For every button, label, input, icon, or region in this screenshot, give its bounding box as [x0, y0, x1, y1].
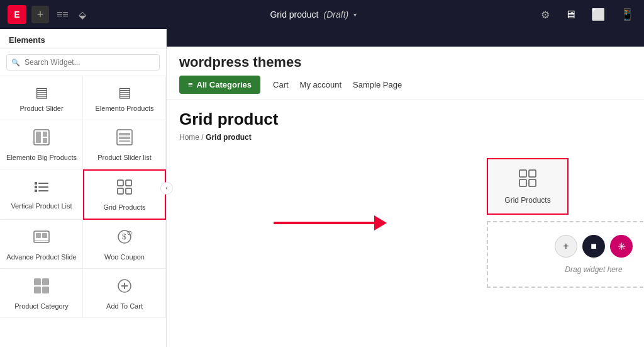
- breadcrumb-home[interactable]: Home: [179, 133, 199, 142]
- chevron-down-icon[interactable]: ▾: [353, 11, 357, 18]
- sidebar-item-elemento-big-products[interactable]: Elemento Big Products: [0, 120, 83, 169]
- sidebar-item-advance-product-slide[interactable]: Advance Product Slide: [0, 220, 83, 269]
- sidebar-item-label: Add To Cart: [106, 302, 143, 310]
- svg-rect-7: [119, 140, 130, 142]
- admin-bar: [167, 29, 644, 47]
- svg-rect-6: [119, 137, 130, 139]
- mobile-view-button[interactable]: 📱: [618, 5, 636, 24]
- sidebar-item-label: Product Slider: [19, 105, 63, 112]
- sidebar-item-woo-coupon[interactable]: $ Woo Coupon: [83, 220, 166, 269]
- sidebar-panel: Elements 🔍 ▤ Product Slider ▤ Elemento P…: [0, 29, 167, 347]
- drag-arrow: [274, 215, 387, 230]
- svg-rect-35: [529, 179, 536, 186]
- sidebar-item-grid-products[interactable]: Grid Products: [83, 169, 166, 220]
- svg-rect-16: [118, 188, 123, 194]
- settings-icon[interactable]: ⚙: [538, 6, 552, 23]
- svg-rect-15: [126, 180, 131, 186]
- filter-icon[interactable]: ≡≡: [54, 6, 71, 23]
- svg-rect-2: [43, 132, 47, 137]
- svg-rect-34: [519, 179, 526, 186]
- nav-links: Cart My account Sample Page: [273, 80, 402, 89]
- folder-icon: ■: [591, 241, 597, 252]
- canvas-area: wordpress themes ≡ All Categories Cart M…: [167, 29, 644, 347]
- widget-row-1: ▤ Product Slider ▤ Elemento Products: [0, 76, 166, 120]
- sidebar-item-label: Elemento Products: [96, 105, 154, 112]
- sidebar-item-product-slider[interactable]: ▤ Product Slider: [0, 76, 83, 120]
- widget-list: ▤ Product Slider ▤ Elemento Products: [0, 76, 166, 347]
- sidebar-item-elemento-products[interactable]: ▤ Elemento Products: [83, 76, 166, 120]
- svg-rect-26: [42, 278, 49, 285]
- vertical-product-list-icon: [34, 179, 49, 198]
- ai-button[interactable]: ✳: [610, 235, 633, 258]
- add-widget-button[interactable]: +: [555, 235, 577, 258]
- page-title: Grid product: [179, 110, 631, 129]
- sidebar-item-add-to-cart[interactable]: Add To Cart: [83, 269, 166, 318]
- svg-rect-3: [43, 138, 47, 143]
- sidebar-item-label: Elemento Big Products: [6, 154, 77, 161]
- svg-rect-33: [529, 170, 536, 177]
- svg-rect-12: [35, 190, 37, 192]
- collapse-sidebar-button[interactable]: ‹: [160, 182, 173, 195]
- advance-product-slide-icon: [33, 228, 50, 249]
- arrow-head: [374, 215, 387, 230]
- content-columns: Grid Products + ■: [179, 152, 631, 294]
- elemento-big-products-icon: [33, 128, 50, 150]
- svg-rect-10: [35, 186, 37, 188]
- top-bar: E + ≡≡ ⬙ Grid product (Draft) ▾ ⚙ 🖥 ⬜ 📱: [0, 0, 644, 29]
- svg-rect-8: [35, 182, 37, 185]
- svg-rect-20: [42, 233, 47, 238]
- sidebar-item-vertical-product-list[interactable]: Vertical Product List: [0, 169, 83, 220]
- elementor-logo[interactable]: E: [8, 5, 26, 24]
- sidebar-item-label: Advance Product Slide: [6, 253, 76, 261]
- sidebar-item-label: Vertical Product List: [11, 202, 72, 210]
- widget-row-3: Vertical Product List Grid Products: [0, 169, 166, 220]
- product-slider-list-icon: [116, 128, 133, 150]
- svg-rect-32: [519, 170, 526, 177]
- canvas-grid-products-widget[interactable]: Grid Products: [487, 158, 569, 215]
- widget-row-4: Advance Product Slide $ Woo Coupon: [0, 220, 166, 269]
- svg-rect-19: [36, 233, 41, 238]
- right-widget-area: Grid Products + ■: [480, 152, 631, 294]
- add-element-button[interactable]: +: [31, 6, 49, 23]
- page-title-label: Grid product: [270, 9, 318, 20]
- sidebar-item-label: Product Slider list: [97, 154, 152, 161]
- svg-rect-9: [38, 183, 48, 184]
- nav-my-account[interactable]: My account: [300, 80, 341, 89]
- site-tagline: wordpress themes: [179, 54, 631, 71]
- canvas-widget-label: Grid Products: [504, 196, 550, 205]
- arrow-line: [274, 222, 374, 224]
- search-input[interactable]: [6, 54, 160, 71]
- desktop-view-button[interactable]: 🖥: [562, 6, 579, 24]
- sidebar-item-product-slider-list[interactable]: Product Slider list: [83, 120, 166, 169]
- asterisk-icon: ✳: [618, 241, 626, 253]
- navigation-bar: ≡ All Categories Cart My account Sample …: [167, 76, 644, 100]
- sidebar-header: Elements: [0, 29, 166, 49]
- search-icon: 🔍: [11, 59, 20, 67]
- site-header: wordpress themes: [167, 47, 644, 76]
- widget-row-5: Product Category Add To Cart: [0, 269, 166, 318]
- arrow-area: [179, 152, 480, 294]
- main-layout: Elements 🔍 ▤ Product Slider ▤ Elemento P…: [0, 29, 644, 347]
- layers-icon[interactable]: ⬙: [76, 6, 89, 23]
- breadcrumb-separator: /: [201, 133, 203, 142]
- drop-area[interactable]: + ■ ✳ Drag widget here: [487, 221, 644, 288]
- nav-sample-page[interactable]: Sample Page: [353, 80, 402, 89]
- tablet-view-button[interactable]: ⬜: [589, 5, 608, 24]
- template-button[interactable]: ■: [582, 235, 605, 258]
- svg-rect-25: [34, 278, 41, 285]
- svg-text:$: $: [122, 232, 126, 241]
- svg-rect-5: [119, 133, 130, 135]
- sidebar-item-label: Product Category: [14, 302, 69, 310]
- nav-cart[interactable]: Cart: [273, 80, 289, 89]
- breadcrumb: Home / Grid product: [179, 133, 631, 142]
- add-to-cart-icon: [116, 277, 133, 299]
- canvas-inner: wordpress themes ≡ All Categories Cart M…: [167, 29, 644, 347]
- sidebar-item-product-category[interactable]: Product Category: [0, 269, 83, 318]
- sidebar-item-label: Woo Coupon: [104, 253, 145, 261]
- product-slider-icon: ▤: [35, 84, 48, 101]
- svg-rect-14: [118, 180, 123, 186]
- svg-rect-17: [126, 188, 131, 194]
- canvas-grid-products-icon: [518, 168, 538, 192]
- elemento-products-icon: ▤: [118, 84, 131, 101]
- all-categories-button[interactable]: ≡ All Categories: [179, 76, 260, 94]
